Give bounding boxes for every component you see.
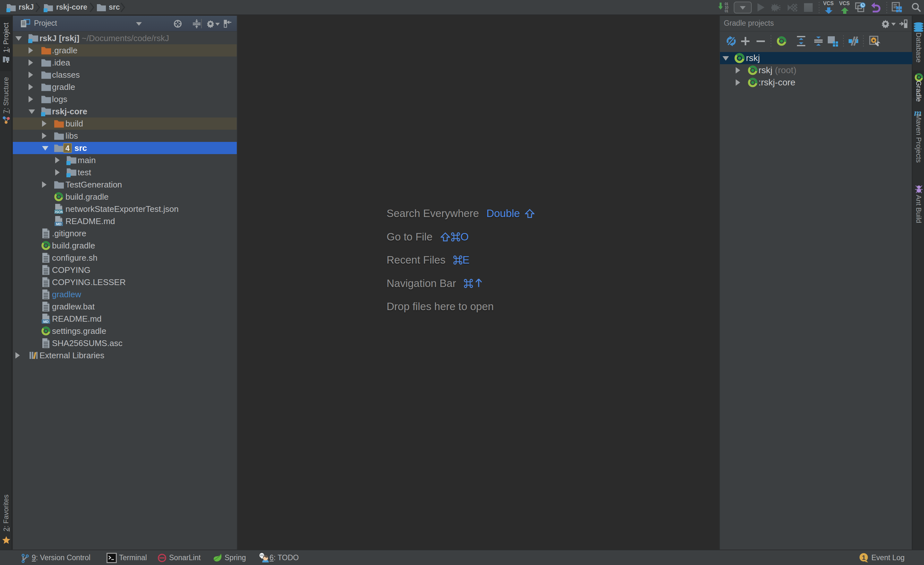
svg-text:JSON: JSON [54,210,63,214]
svg-text:MD: MD [43,320,48,324]
svg-text:1: 1 [862,554,866,561]
svg-text:MD: MD [56,222,61,226]
svg-text:01: 01 [725,9,729,13]
svg-text:10: 10 [725,6,729,9]
svg-text:01: 01 [725,2,729,6]
